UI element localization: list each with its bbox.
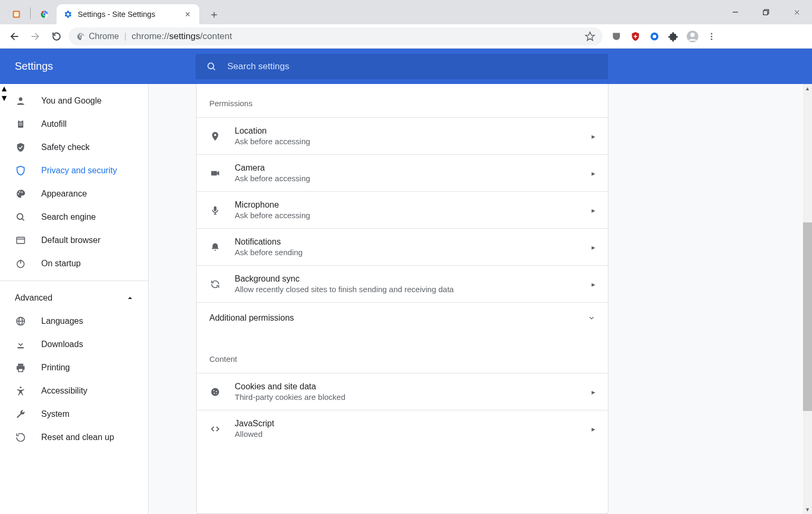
sidebar-item-downloads[interactable]: Downloads (0, 333, 148, 356)
row-notifications[interactable]: NotificationsAsk before sending ▸ (197, 228, 608, 265)
browser-window-icon (15, 235, 26, 246)
svg-point-33 (18, 193, 20, 195)
svg-rect-31 (19, 123, 23, 124)
svg-point-24 (711, 35, 713, 37)
sidebar-item-label: System (41, 409, 69, 419)
sidebar-item-label: Search engine (41, 212, 96, 222)
row-title: Notifications (235, 237, 592, 247)
window-maximize-button[interactable] (751, 0, 781, 24)
svg-rect-38 (17, 237, 25, 244)
sidebar-item-autofill[interactable]: Autofill (0, 113, 148, 136)
scroll-up-icon[interactable]: ▲ (803, 84, 812, 93)
tab-strip: Settings - Site Settings (0, 0, 812, 24)
extensions-menu-icon[interactable] (666, 29, 681, 44)
settings-search[interactable] (196, 54, 608, 79)
svg-rect-53 (214, 206, 217, 211)
content-scrollbar[interactable]: ▲ ▼ (803, 84, 812, 514)
content-header: Content (197, 333, 608, 373)
row-subtitle: Third-party cookies are blocked (235, 392, 592, 401)
chevron-right-icon: ▸ (592, 425, 595, 433)
sidebar-item-appearance[interactable]: Appearance (0, 182, 148, 205)
site-info-button[interactable]: Chrome (76, 32, 119, 41)
tab-close-icon[interactable] (182, 9, 193, 20)
extension-circle-blue-icon[interactable] (647, 29, 662, 44)
shield-check-icon (15, 142, 26, 153)
sidebar-item-reset[interactable]: Reset and clean up (0, 426, 148, 449)
svg-rect-30 (20, 120, 22, 122)
window-minimize-button[interactable] (720, 0, 751, 24)
svg-point-4 (43, 13, 46, 16)
row-subtitle: Allow recently closed sites to finish se… (235, 285, 592, 294)
accessibility-icon (15, 385, 26, 397)
chevron-right-icon: ▸ (592, 280, 595, 288)
power-icon (15, 258, 26, 269)
sidebar-item-label: Downloads (41, 340, 83, 349)
window-controls (720, 0, 812, 24)
bookmark-star-icon[interactable] (585, 31, 595, 42)
sidebar-item-on-startup[interactable]: On startup (0, 252, 148, 275)
microphone-icon (209, 204, 221, 216)
sidebar-item-system[interactable]: System (0, 403, 148, 426)
palette-icon (15, 188, 26, 200)
site-settings-card: Permissions LocationAsk before accessing… (196, 84, 608, 514)
omnibox-url: chrome://settings/content (132, 31, 232, 42)
row-additional-permissions[interactable]: Additional permissions (197, 302, 608, 333)
svg-point-23 (711, 33, 713, 34)
address-bar[interactable]: Chrome | chrome://settings/content (69, 27, 603, 45)
row-cookies[interactable]: Cookies and site dataThird-party cookies… (197, 373, 608, 410)
scrollbar-thumb[interactable] (803, 222, 812, 411)
svg-rect-47 (18, 364, 23, 366)
sidebar-item-privacy-security[interactable]: Privacy and security (0, 159, 148, 182)
sidebar-item-search-engine[interactable]: Search engine (0, 205, 148, 229)
sidebar-item-safety-check[interactable]: Safety check (0, 136, 148, 159)
svg-marker-42 (128, 297, 132, 299)
sidebar-item-default-browser[interactable]: Default browser (0, 229, 148, 252)
settings-search-input[interactable] (226, 61, 597, 72)
omnibox-origin-label: Chrome (89, 32, 119, 41)
svg-point-36 (17, 213, 23, 219)
window-close-button[interactable] (781, 0, 812, 24)
svg-rect-46 (17, 347, 24, 349)
sidebar-advanced-toggle[interactable]: Advanced (0, 286, 148, 310)
sidebar-item-printing[interactable]: Printing (0, 356, 148, 379)
extension-shield-red-icon[interactable] (628, 29, 643, 44)
svg-point-25 (711, 38, 713, 40)
sidebar-item-label: Safety check (41, 143, 90, 152)
svg-rect-32 (19, 125, 23, 125)
sidebar-item-label: Accessibility (41, 386, 87, 396)
sidebar-item-label: Default browser (41, 236, 100, 245)
row-subtitle: Ask before sending (235, 248, 592, 257)
sidebar-item-label: You and Google (41, 96, 102, 106)
profile-avatar-icon[interactable] (685, 29, 700, 44)
browser-menu-icon[interactable] (704, 29, 719, 44)
sidebar-item-accessibility[interactable]: Accessibility (0, 379, 148, 403)
forward-button[interactable] (26, 27, 44, 45)
shield-icon (15, 165, 26, 176)
back-button[interactable] (5, 27, 23, 45)
new-tab-button[interactable] (205, 5, 224, 24)
row-background-sync[interactable]: Background syncAllow recently closed sit… (197, 265, 608, 302)
pinned-tab-2[interactable] (32, 4, 57, 24)
sidebar-item-you-and-google[interactable]: You and Google (0, 89, 148, 113)
row-subtitle: Ask before accessing (235, 174, 592, 183)
row-title: Location (235, 126, 592, 136)
row-location[interactable]: LocationAsk before accessing ▸ (197, 117, 608, 154)
svg-point-22 (690, 33, 695, 37)
row-microphone[interactable]: MicrophoneAsk before accessing ▸ (197, 191, 608, 228)
printer-icon (15, 362, 26, 373)
person-icon (15, 95, 26, 107)
extension-icons (609, 29, 719, 44)
settings-title: Settings (15, 60, 196, 72)
scroll-down-icon[interactable]: ▼ (803, 505, 812, 514)
row-javascript[interactable]: JavaScriptAllowed ▸ (197, 410, 608, 447)
pinned-tab-1[interactable] (4, 4, 29, 24)
extension-ublock-icon[interactable] (609, 29, 624, 44)
svg-point-26 (208, 63, 214, 69)
row-camera[interactable]: CameraAsk before accessing ▸ (197, 154, 608, 191)
svg-point-59 (214, 392, 215, 394)
active-tab[interactable]: Settings - Site Settings (57, 4, 199, 24)
sync-icon (209, 278, 221, 290)
reload-button[interactable] (48, 27, 66, 45)
sidebar-item-languages[interactable]: Languages (0, 310, 148, 333)
chevron-right-icon: ▸ (592, 132, 595, 141)
